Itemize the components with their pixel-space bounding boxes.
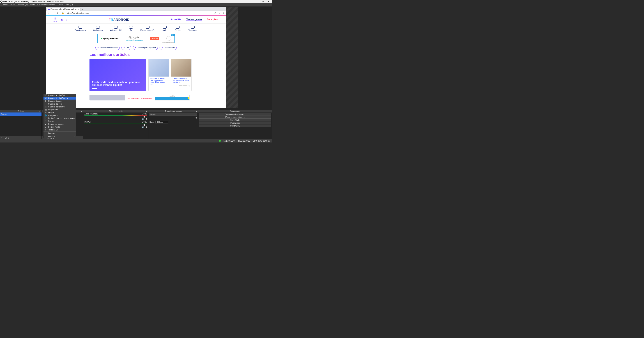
cat-ordinateurs[interactable]: Ordinateurs	[93, 26, 102, 31]
card-thumb	[148, 59, 169, 76]
ctx-scene[interactable]: ☰Scène	[44, 120, 76, 122]
cat-smartphones[interactable]: Smartphones	[75, 26, 86, 31]
menu-fichier[interactable]: Fichier	[0, 3, 9, 6]
hamburger-icon[interactable]: ⠿⠿⠿⠿MENU	[54, 18, 57, 22]
scene-up-button[interactable]: ᐱ	[6, 136, 7, 139]
ctx-group[interactable]: 🗀Groupe	[44, 132, 76, 134]
transition-settings-button[interactable]: ⚙	[195, 117, 197, 119]
close-button[interactable]: ✕	[268, 0, 270, 3]
pill-stopcovid[interactable]: Télécharger StopCovid	[133, 46, 158, 50]
folder-icon: 🗀	[44, 132, 47, 134]
site-logo[interactable]: FRANDROID	[109, 18, 130, 22]
remove-scene-button[interactable]: −	[3, 136, 4, 139]
studio-mode-button[interactable]: Mode Studio	[199, 119, 271, 122]
dock-title-label: Transition de scènes	[165, 110, 182, 112]
cat-gaming[interactable]: Gaming	[175, 26, 181, 31]
ctx-media-source[interactable]: ▶Source média	[44, 126, 76, 128]
dock-popout-icon[interactable]: ⤢	[270, 110, 271, 112]
nav-tests[interactable]: Tests et guides	[186, 18, 202, 22]
star-icon[interactable]: ☆	[218, 12, 220, 14]
article-card-1[interactable]: Windows 10 Insider Dev : le nouveau menu…	[148, 59, 169, 91]
dock-popout-icon[interactable]: ⤢	[196, 110, 198, 112]
nav-actualites[interactable]: Actualités	[171, 18, 181, 22]
menu-editer[interactable]: Editer	[9, 3, 16, 6]
favorites-icon[interactable]: ✮	[222, 12, 224, 14]
chevron-down-icon: ⌃⌄	[193, 114, 196, 115]
scene-down-button[interactable]: ᐯ	[8, 136, 9, 139]
cat-tv[interactable]: TV	[129, 26, 133, 31]
ad-banner[interactable]: ⓘ✕ Spotify Premium Offert 6 mois** Puis …	[98, 34, 175, 43]
cat-audio[interactable]: Audio	[162, 26, 167, 31]
add-scene-button[interactable]: +	[1, 136, 2, 139]
maximize-button[interactable]: ▭	[262, 0, 264, 3]
mute-icon[interactable]: 🔊	[142, 118, 144, 120]
tab-close-icon[interactable]: ✕	[78, 8, 79, 10]
forward-icon[interactable]: →	[52, 12, 54, 14]
cat-wearables[interactable]: Wearables	[188, 26, 197, 31]
hero-article[interactable]: Freebox V8 : Iliad en ébullition pour un…	[90, 59, 146, 91]
ctx-browser[interactable]: 🌐Navigateur	[44, 114, 76, 117]
dock-popout-icon[interactable]: ⤢	[146, 110, 148, 112]
dock-popout-icon[interactable]: ⤢	[39, 110, 41, 112]
article-card-2[interactable]: Ce qu'il faut savoir sur les Surface Boo…	[171, 59, 192, 91]
search-icon[interactable]: ⌕	[66, 18, 68, 21]
ctx-text-gdi[interactable]: TTexte (GDI+)	[44, 128, 76, 131]
minimize-button[interactable]: ―	[256, 0, 258, 3]
menu-outils[interactable]: Outils	[56, 3, 64, 6]
ctx-screen-capture[interactable]: 🖥Capture d'écran	[44, 100, 76, 102]
start-recording-button[interactable]: Démarrer l'enregistrement	[199, 116, 271, 118]
ctx-image[interactable]: 🖼Image	[44, 111, 76, 114]
volume-slider[interactable]	[84, 125, 147, 125]
ctx-game-capture[interactable]: ∞Capture de Jeu	[44, 102, 76, 105]
theme-icon[interactable]: ◐	[61, 18, 63, 21]
menu-profil[interactable]: Profil	[29, 3, 36, 6]
url-field[interactable]: https://www.frandroid.com	[67, 12, 212, 14]
duration-input[interactable]: 300 ms	[156, 121, 168, 124]
ad-box[interactable]: Publicité	[155, 95, 190, 100]
ctx-obsolete[interactable]: Obsolète▸	[44, 135, 76, 138]
cat-maison[interactable]: Maison connectée	[140, 26, 155, 31]
mute-icon[interactable]: 🔊	[142, 126, 144, 128]
dock-commands: Commandes⤢ Commencer le streaming Démarr…	[198, 110, 272, 139]
ad-sub: Pour la souscription d'une Bbox	[126, 40, 143, 41]
preview-area[interactable]: Frandroid – La référence tech p... ✕ + ←…	[0, 6, 272, 110]
refresh-icon[interactable]: ⟳	[57, 12, 59, 14]
ad-close-icon[interactable]: ⓘ✕	[171, 34, 174, 36]
ctx-video-device[interactable]: 📷Périphérique de capture vidéo	[44, 117, 76, 120]
back-icon[interactable]: ←	[48, 12, 50, 14]
scene-item[interactable]: Scène	[0, 112, 42, 116]
menu-aide[interactable]: Aide (H)	[64, 3, 74, 6]
hero-title: Freebox V8 : Iliad en ébullition pour un…	[92, 81, 144, 86]
lock-icon: 🔒	[62, 12, 64, 14]
start-streaming-button[interactable]: Commencer le streaming	[199, 113, 271, 116]
remove-transition-button[interactable]: −	[194, 117, 194, 119]
editorial-badge: SÉLECTION DE LA RÉDACTION	[128, 95, 152, 100]
spinner-icon[interactable]: ⌃⌄	[169, 120, 170, 124]
volume-slider[interactable]	[84, 116, 147, 117]
pill-forfait[interactable]: Forfait mobile	[160, 46, 177, 50]
mini-article[interactable]	[90, 95, 125, 100]
pill-smartphones[interactable]: Meilleurs smartphones	[96, 46, 120, 50]
ad-cta-button[interactable]: J'en profite	[150, 37, 160, 40]
dock-popout-icon[interactable]: ⤢	[81, 110, 82, 112]
ad-content	[155, 98, 190, 100]
transition-select[interactable]: Fondu⌃⌄	[150, 113, 197, 116]
ctx-audio-input[interactable]: 🎤Capture Audio (Entrée)	[44, 94, 76, 97]
browser-tab[interactable]: Frandroid – La référence tech p... ✕	[47, 8, 80, 11]
channel-settings-icon[interactable]: ⚙	[145, 126, 147, 128]
ctx-window-capture[interactable]: ▭Capture de fenêtre	[44, 105, 76, 108]
new-tab-button[interactable]: +	[80, 8, 85, 11]
channel-settings-icon[interactable]: ⚙	[145, 118, 147, 120]
pill-ps5[interactable]: PS5	[122, 46, 131, 50]
ctx-audio-output[interactable]: 🔊Capture Audio (Sortie)	[44, 97, 76, 100]
menu-afficher[interactable]: Afficher (V)	[16, 3, 29, 6]
ctx-color-source[interactable]: 🖌Source de couleur	[44, 122, 76, 126]
reader-icon[interactable]: ⊙	[214, 12, 216, 14]
quit-button[interactable]: Quitter OBS	[199, 124, 271, 127]
cat-auto[interactable]: Auto - mobilité	[110, 26, 122, 31]
nav-bonsplans[interactable]: Bons plans	[207, 18, 218, 22]
ctx-slideshow[interactable]: ▤Diaporama	[44, 108, 76, 111]
settings-button[interactable]: Paramètres	[199, 122, 271, 124]
menu-collection[interactable]: Collection de scènes	[36, 3, 57, 6]
add-transition-button[interactable]: +	[192, 117, 192, 119]
